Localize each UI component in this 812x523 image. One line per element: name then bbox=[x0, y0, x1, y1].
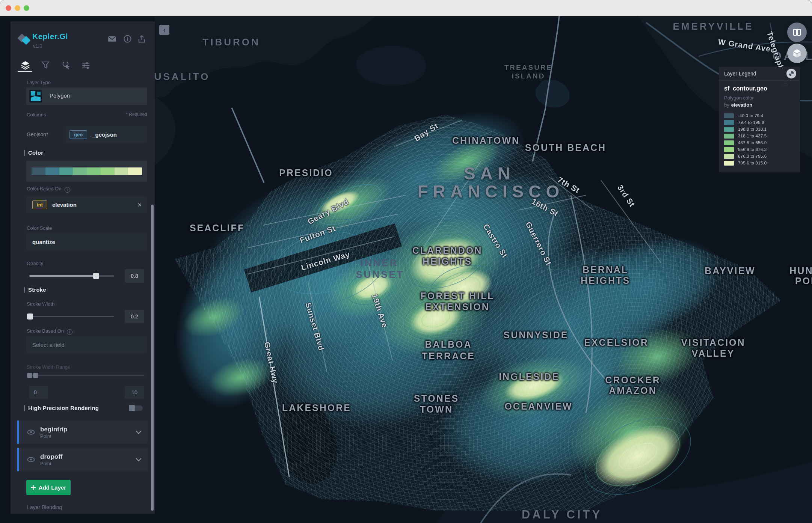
color-range-step bbox=[115, 167, 128, 175]
stroke-range-handle-max[interactable] bbox=[33, 373, 38, 378]
map-label: BALBOA bbox=[425, 339, 472, 350]
panel-tabs bbox=[11, 57, 155, 74]
color-based-on-label: Color Based Oni bbox=[27, 186, 70, 193]
legend-range-label: 437.5 to 556.9 bbox=[738, 140, 767, 145]
stroke-range-handle-min[interactable] bbox=[27, 373, 32, 378]
opacity-value[interactable]: 0.8 bbox=[125, 269, 144, 283]
map-label: Guerrero St bbox=[524, 220, 553, 267]
map-label: Castro St bbox=[481, 222, 510, 260]
map-label: INNER bbox=[361, 257, 398, 269]
stroke-based-on-label: Stroke Based Oni bbox=[27, 328, 72, 335]
map-label: Lincoln Way bbox=[300, 250, 351, 272]
legend-entry: 79.4 to 198.8 bbox=[724, 119, 795, 126]
color-section-header[interactable]: Color bbox=[24, 149, 43, 156]
map-label: Fulton St bbox=[299, 224, 337, 245]
legend-range-label: -40.0 to 79.4 bbox=[738, 113, 763, 118]
eye-visibility-icon[interactable] bbox=[27, 430, 35, 435]
stroke-width-slider-track[interactable] bbox=[29, 316, 114, 317]
app-title: Kepler.Gl bbox=[32, 32, 68, 41]
map-label: BAYVIEW bbox=[705, 265, 755, 276]
legend-by-field: byelevation bbox=[724, 102, 795, 108]
window-titlebar bbox=[0, 0, 812, 16]
tab-layers[interactable] bbox=[19, 59, 31, 71]
layer-item-dropoff[interactable]: dropoff Point bbox=[17, 448, 148, 471]
chevron-down-icon[interactable] bbox=[136, 458, 142, 461]
close-window-button[interactable] bbox=[6, 5, 11, 11]
color-field-selector[interactable]: int elevation ✕ bbox=[26, 196, 147, 213]
stroke-range-max-input[interactable]: 10 bbox=[125, 386, 144, 399]
info-icon bbox=[123, 35, 132, 43]
legend-field-name: elevation bbox=[731, 102, 752, 108]
high-precision-label: High Precision Rendering bbox=[28, 405, 99, 411]
legend-range-label: 79.4 to 198.8 bbox=[738, 120, 764, 125]
map-label: EXCELSIOR bbox=[584, 337, 648, 348]
map-label: BERNAL bbox=[583, 264, 628, 275]
legend-entry: 795.6 to 915.0 bbox=[724, 160, 795, 166]
legend-color-swatch bbox=[724, 120, 734, 125]
add-layer-button[interactable]: Add Layer bbox=[26, 480, 71, 495]
layer-item-begintrip[interactable]: begintrip Point bbox=[17, 421, 148, 444]
required-note: * Required bbox=[126, 112, 147, 117]
high-precision-toggle[interactable] bbox=[129, 405, 143, 411]
int-type-badge: int bbox=[32, 200, 47, 209]
map-label: EMERYVILLE bbox=[673, 21, 753, 32]
map-label: LAKESHORE bbox=[282, 402, 351, 413]
toggle-3d-button[interactable] bbox=[787, 44, 807, 63]
legend-range-label: 198.8 to 318.1 bbox=[738, 127, 767, 131]
high-precision-header: High Precision Rendering bbox=[24, 405, 99, 411]
geojson-field-selector[interactable]: geo _geojson bbox=[66, 126, 147, 143]
info-circle-icon[interactable]: i bbox=[67, 329, 72, 335]
color-section-title: Color bbox=[28, 149, 43, 156]
color-range-step bbox=[59, 167, 73, 175]
sidebar-collapse-button[interactable]: ‹ bbox=[159, 25, 169, 35]
eye-visibility-icon[interactable] bbox=[27, 457, 35, 462]
chevron-down-icon[interactable] bbox=[136, 430, 142, 434]
info-button[interactable] bbox=[123, 35, 132, 45]
map-label: SUNSET bbox=[356, 269, 404, 280]
split-map-button[interactable] bbox=[787, 23, 807, 42]
zoom-window-button[interactable] bbox=[24, 5, 29, 11]
minimize-window-button[interactable] bbox=[15, 5, 20, 11]
sidebar-scrollbar[interactable] bbox=[151, 205, 154, 511]
map-label: CHINATOWN bbox=[452, 135, 520, 146]
split-map-icon bbox=[792, 28, 801, 37]
tab-base-map-settings[interactable] bbox=[80, 59, 92, 71]
map-label: 3rd St bbox=[616, 183, 637, 209]
stroke-section-title: Stroke bbox=[28, 286, 46, 293]
color-range-step bbox=[73, 167, 87, 175]
stroke-range-min-input[interactable]: 0 bbox=[29, 386, 48, 399]
map-label: Geary Blvd bbox=[306, 197, 350, 226]
toggle-knob bbox=[129, 405, 135, 411]
map-label: W Grand Ave bbox=[717, 37, 771, 53]
stroke-section-header[interactable]: Stroke bbox=[24, 286, 46, 293]
opacity-slider-handle[interactable] bbox=[93, 273, 99, 279]
map-label: POI bbox=[795, 276, 812, 286]
stroke-range-track[interactable] bbox=[27, 375, 145, 376]
info-circle-icon[interactable]: i bbox=[65, 187, 70, 193]
tab-filters[interactable] bbox=[39, 59, 51, 71]
clear-field-icon[interactable]: ✕ bbox=[137, 202, 142, 208]
stroke-width-value[interactable]: 0.2 bbox=[125, 310, 144, 323]
side-panel: Kepler.Gl v1.0 bbox=[11, 21, 155, 514]
stroke-field-selector[interactable]: Select a field bbox=[26, 336, 147, 353]
add-layer-label: Add Layer bbox=[39, 484, 66, 491]
legend-color-swatch bbox=[724, 113, 734, 118]
stroke-based-on-text: Stroke Based On bbox=[27, 328, 64, 334]
stroke-width-label: Stroke Width bbox=[27, 301, 54, 307]
pin-legend-button[interactable] bbox=[786, 69, 796, 78]
share-email-button[interactable] bbox=[107, 34, 117, 45]
map-label: TERRACE bbox=[422, 351, 475, 362]
color-scale-selector[interactable]: quantize bbox=[26, 234, 147, 250]
export-button[interactable] bbox=[137, 35, 146, 45]
legend-title: Layer Legend bbox=[724, 71, 756, 77]
map-label: EXTENSION bbox=[425, 301, 489, 312]
map-label: AMAZON bbox=[609, 385, 657, 396]
legend-range-label: 318.1 to 437.5 bbox=[738, 134, 767, 138]
layer-type-selector[interactable]: Polygon bbox=[26, 87, 147, 105]
plus-icon bbox=[31, 485, 36, 490]
legend-header: Layer Legend bbox=[719, 67, 800, 81]
color-scale-value: quantize bbox=[32, 239, 55, 245]
tab-interactions[interactable] bbox=[60, 59, 72, 71]
stroke-width-slider-handle[interactable] bbox=[27, 313, 33, 320]
color-range-selector[interactable] bbox=[32, 167, 142, 175]
